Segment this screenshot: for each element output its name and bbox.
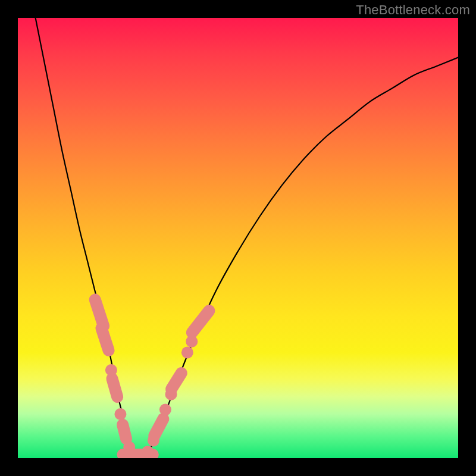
curve-marker-dot: [181, 346, 193, 358]
marker-group: [87, 292, 217, 458]
watermark-text: TheBottleneck.com: [356, 2, 470, 18]
curve-marker-pill: [184, 302, 218, 341]
curve-marker-pill: [105, 371, 125, 404]
curve-marker-dot: [142, 446, 154, 458]
curve-marker-pill: [94, 321, 116, 358]
bottleneck-curve: [36, 18, 458, 458]
curve-marker-pill: [146, 411, 171, 444]
plot-area: [18, 18, 458, 458]
curve-marker-dot: [159, 404, 171, 416]
curve-svg: [18, 18, 458, 458]
curve-marker-dot: [114, 408, 126, 420]
chart-frame: TheBottleneck.com: [0, 0, 476, 476]
